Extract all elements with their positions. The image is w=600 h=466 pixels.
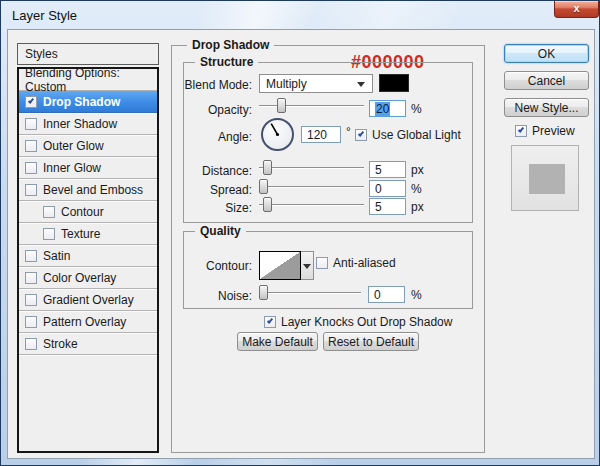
slider-thumb[interactable] (263, 197, 272, 212)
layer-style-dialog: Layer Style x Styles Blending Options: C… (0, 0, 600, 466)
inner-shadow-checkbox[interactable] (25, 118, 37, 130)
structure-legend: Structure (195, 55, 258, 69)
distance-unit: px (411, 163, 424, 177)
sidebar-item-label: Contour (61, 205, 104, 219)
check-icon (518, 126, 524, 133)
blend-mode-value: Multiply (266, 77, 307, 91)
angle-value: 120 (307, 128, 327, 142)
blend-mode-label: Blend Mode: (185, 78, 252, 92)
use-global-light-label: Use Global Light (372, 128, 461, 142)
quality-legend: Quality (195, 224, 246, 238)
sidebar-item-stroke[interactable]: Stroke (19, 333, 157, 355)
preview-thumbnail (511, 145, 579, 211)
size-unit: px (411, 200, 424, 214)
sidebar-item-bevel-emboss[interactable]: Bevel and Emboss (19, 179, 157, 201)
opacity-slider[interactable] (259, 98, 364, 113)
contour-checkbox[interactable] (43, 206, 55, 218)
distance-value: 5 (375, 163, 382, 177)
close-icon: x (573, 2, 579, 14)
anti-aliased-checkbox[interactable] (316, 257, 328, 269)
reset-default-button[interactable]: Reset to Default (323, 332, 419, 351)
blend-mode-dropdown[interactable]: Multiply (259, 74, 373, 93)
distance-slider[interactable] (259, 160, 364, 175)
close-button[interactable]: x (554, 1, 599, 18)
color-overlay-checkbox[interactable] (25, 272, 37, 284)
sidebar-item-satin[interactable]: Satin (19, 245, 157, 267)
spread-unit: % (411, 182, 422, 196)
noise-slider[interactable] (259, 285, 361, 300)
ok-button[interactable]: OK (504, 44, 589, 63)
check-icon (358, 130, 364, 137)
sidebar-item-label: Outer Glow (43, 139, 104, 153)
noise-label: Noise: (218, 289, 252, 303)
preview-checkbox[interactable] (515, 125, 527, 137)
slider-thumb[interactable] (277, 98, 286, 113)
chevron-down-icon (357, 82, 365, 87)
sidebar-item-label: Inner Shadow (43, 117, 117, 131)
styles-list-empty-area (19, 355, 157, 451)
noise-value: 0 (374, 288, 381, 302)
texture-checkbox[interactable] (43, 228, 55, 240)
contour-label: Contour: (206, 259, 252, 273)
distance-input[interactable]: 5 (369, 161, 406, 178)
noise-input[interactable]: 0 (368, 286, 405, 303)
use-global-light-checkbox[interactable] (355, 129, 367, 141)
knockout-checkbox[interactable] (264, 316, 276, 328)
sidebar-item-outer-glow[interactable]: Outer Glow (19, 135, 157, 157)
sidebar-item-blending-options[interactable]: Blending Options: Custom (19, 69, 157, 91)
slider-track (259, 167, 364, 168)
sidebar-item-label: Color Overlay (43, 271, 116, 285)
sidebar-item-inner-glow[interactable]: Inner Glow (19, 157, 157, 179)
sidebar-item-label: Blending Options: Custom (25, 66, 157, 94)
slider-track (259, 204, 364, 205)
shadow-color-swatch[interactable] (379, 74, 409, 92)
angle-input[interactable]: 120 (301, 126, 341, 143)
slider-thumb[interactable] (263, 160, 272, 175)
bevel-emboss-checkbox[interactable] (25, 184, 37, 196)
sidebar-item-drop-shadow[interactable]: Drop Shadow (19, 91, 157, 113)
gradient-overlay-checkbox[interactable] (25, 294, 37, 306)
anti-aliased-row: Anti-aliased (316, 256, 396, 270)
sidebar-item-contour[interactable]: Contour (19, 201, 157, 223)
styles-header: Styles (17, 43, 159, 65)
sidebar-item-gradient-overlay[interactable]: Gradient Overlay (19, 289, 157, 311)
spread-label: Spread: (210, 183, 252, 197)
check-icon (267, 317, 273, 324)
opacity-input[interactable]: 20 (369, 100, 406, 117)
spread-input[interactable]: 0 (369, 180, 406, 197)
knockout-row: Layer Knocks Out Drop Shadow (264, 315, 452, 329)
spread-value: 0 (375, 182, 382, 196)
contour-dropdown-button[interactable] (301, 251, 314, 280)
new-style-button[interactable]: New Style... (504, 98, 589, 117)
angle-label: Angle: (218, 130, 252, 144)
size-slider[interactable] (259, 197, 364, 212)
distance-label: Distance: (202, 164, 252, 178)
sidebar-item-label: Drop Shadow (43, 95, 120, 109)
make-default-button[interactable]: Make Default (237, 332, 318, 351)
sidebar-item-texture[interactable]: Texture (19, 223, 157, 245)
size-input[interactable]: 5 (369, 198, 406, 215)
pattern-overlay-checkbox[interactable] (25, 316, 37, 328)
opacity-value: 20 (375, 102, 390, 116)
stroke-checkbox[interactable] (25, 338, 37, 350)
inner-glow-checkbox[interactable] (25, 162, 37, 174)
check-icon (28, 97, 34, 104)
angle-dial[interactable] (261, 118, 294, 151)
size-label: Size: (225, 201, 252, 215)
spread-slider[interactable] (259, 179, 364, 194)
sidebar-item-label: Stroke (43, 337, 78, 351)
sidebar-item-color-overlay[interactable]: Color Overlay (19, 267, 157, 289)
outer-glow-checkbox[interactable] (25, 140, 37, 152)
cancel-button[interactable]: Cancel (504, 71, 589, 90)
window-title: Layer Style (12, 8, 77, 23)
slider-thumb[interactable] (259, 285, 268, 300)
styles-list: Blending Options: Custom Drop Shadow Inn… (17, 67, 159, 453)
contour-picker[interactable] (259, 251, 301, 280)
knockout-label: Layer Knocks Out Drop Shadow (281, 315, 452, 329)
sidebar-item-pattern-overlay[interactable]: Pattern Overlay (19, 311, 157, 333)
satin-checkbox[interactable] (25, 250, 37, 262)
slider-track (259, 105, 364, 106)
drop-shadow-checkbox[interactable] (25, 96, 37, 108)
sidebar-item-inner-shadow[interactable]: Inner Shadow (19, 113, 157, 135)
slider-thumb[interactable] (259, 179, 268, 194)
